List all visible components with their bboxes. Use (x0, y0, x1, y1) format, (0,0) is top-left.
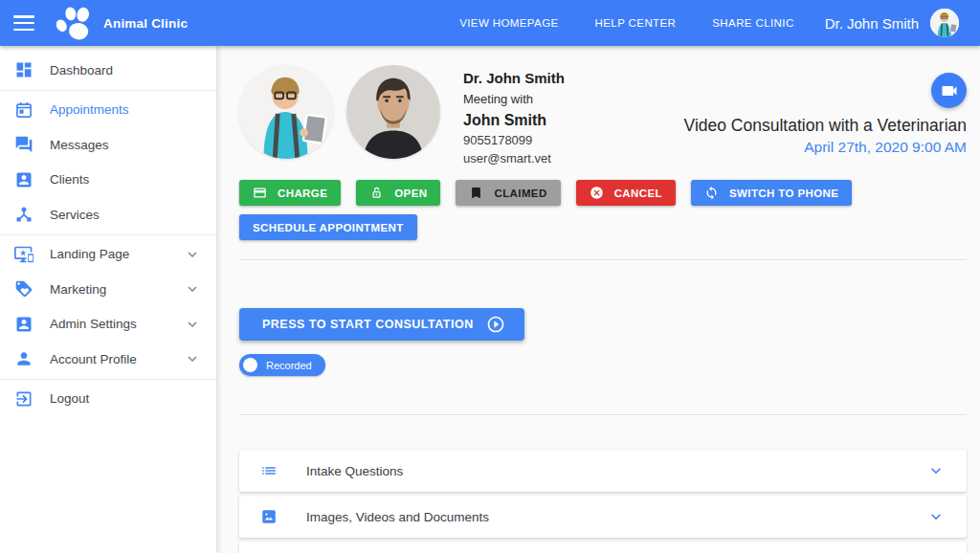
start-consultation-button[interactable]: PRESS TO START CONSULTATION (239, 308, 524, 341)
sidebar-item-account-profile[interactable]: Account Profile (0, 342, 216, 377)
nav-share-clinic[interactable]: SHARE CLINIC (712, 17, 793, 29)
sidebar-item-clients[interactable]: Clients (0, 163, 216, 198)
sidebar-item-services[interactable]: Services (0, 197, 216, 232)
client-phone: 9055178099 (463, 133, 565, 147)
sidebar-item-logout[interactable]: Logout (0, 382, 216, 417)
charge-button[interactable]: CHARGE (239, 180, 341, 206)
recorded-toggle-label: Recorded (266, 360, 312, 371)
sidebar-item-label: Dashboard (50, 63, 113, 77)
sidebar-item-label: Logout (50, 391, 89, 406)
sidebar-item-label: Marketing (50, 282, 106, 297)
admin-badge-icon (14, 315, 33, 334)
host-name: Dr. John Smith (463, 70, 565, 86)
nav-help-center[interactable]: HELP CENTER (595, 17, 677, 29)
main-content: Dr. John Smith Meeting with John Smith 9… (216, 46, 980, 553)
sidebar-item-admin-settings[interactable]: Admin Settings (0, 307, 216, 343)
sidebar-item-label: Landing Page (50, 247, 129, 261)
sidebar-item-label: Clients (50, 172, 89, 187)
action-button-row: CHARGE OPEN CLAIMED CANCEL (239, 180, 967, 206)
sidebar-item-label: Account Profile (50, 352, 137, 366)
section-card-partial[interactable] (239, 542, 967, 553)
sidebar-item-label: Messages (50, 138, 109, 152)
appointment-header: Dr. John Smith Meeting with John Smith 9… (239, 46, 967, 180)
intake-questions-label: Intake Questions (306, 464, 403, 478)
claimed-button[interactable]: CLAIMED (456, 180, 560, 206)
chevron-down-icon (184, 246, 201, 263)
chevron-down-icon (184, 350, 201, 367)
cancel-circle-icon (590, 186, 604, 200)
play-circle-icon (486, 315, 505, 334)
client-badge-icon (14, 170, 33, 189)
user-avatar[interactable] (930, 9, 959, 37)
schedule-row: SCHEDULE APPOINTMENT (239, 214, 967, 240)
sidebar-item-marketing[interactable]: Marketing (0, 272, 216, 307)
video-camera-icon (940, 81, 959, 100)
user-menu[interactable]: Dr. John Smith (825, 15, 919, 32)
paw-logo-icon (54, 5, 96, 41)
switch-to-phone-button[interactable]: SWITCH TO PHONE (691, 180, 852, 206)
sync-icon (704, 186, 719, 200)
open-lock-icon (369, 186, 384, 200)
intake-questions-section[interactable]: Intake Questions (239, 450, 967, 492)
doctor-avatar (346, 65, 440, 159)
charge-button-label: CHARGE (278, 188, 327, 199)
sidebar-item-label: Appointments (50, 102, 129, 117)
schedule-appointment-label: SCHEDULE APPOINTMENT (253, 222, 404, 233)
toggle-knob (243, 358, 257, 372)
consultation-title: Video Consultation with a Veterinarian (684, 116, 967, 136)
section-divider (239, 259, 967, 260)
chevron-down-icon[interactable] (926, 461, 946, 480)
schedule-appointment-button[interactable]: SCHEDULE APPOINTMENT (239, 214, 417, 240)
client-name: John Smith (463, 112, 565, 129)
sidebar: Dashboard Appointments Mes (0, 46, 216, 553)
consultation-summary: Video Consultation with a Veterinarian A… (684, 73, 967, 156)
start-consultation-label: PRESS TO START CONSULTATION (262, 318, 474, 331)
chat-bubbles-icon (14, 135, 33, 154)
credit-card-icon (253, 186, 267, 200)
top-header: Animal Clinic VIEW HOMEPAGE HELP CENTER … (0, 0, 980, 46)
client-email: user@smart.vet (463, 151, 565, 166)
bookmark-icon (469, 186, 483, 200)
cancel-button[interactable]: CANCEL (576, 180, 676, 206)
meeting-details: Dr. John Smith Meeting with John Smith 9… (463, 65, 565, 180)
sidebar-divider (0, 90, 216, 91)
video-call-button[interactable] (931, 73, 967, 108)
switch-to-phone-label: SWITCH TO PHONE (729, 188, 838, 199)
consultation-datetime: April 27th, 2020 9:00 AM (804, 139, 967, 156)
person-icon (14, 349, 33, 368)
sidebar-divider (0, 379, 216, 380)
app-window: Animal Clinic VIEW HOMEPAGE HELP CENTER … (0, 0, 980, 553)
sidebar-item-label: Services (50, 208, 100, 222)
section-divider (239, 414, 967, 415)
image-icon (260, 508, 278, 525)
sidebar-item-messages[interactable]: Messages (0, 127, 216, 163)
claimed-button-label: CLAIMED (494, 188, 546, 199)
sidebar-item-appointments[interactable]: Appointments (0, 93, 216, 128)
sidebar-divider (0, 234, 216, 235)
list-icon (260, 462, 278, 479)
sidebar-item-landing-page[interactable]: Landing Page (0, 237, 216, 273)
sidebar-item-dashboard[interactable]: Dashboard (0, 53, 216, 88)
logout-icon (14, 389, 33, 409)
open-button[interactable]: OPEN (356, 180, 440, 206)
chevron-down-icon (184, 316, 201, 333)
chevron-down-icon (184, 280, 201, 298)
client-avatar (239, 65, 333, 159)
brand-name: Animal Clinic (103, 16, 188, 31)
images-videos-documents-section[interactable]: Images, Videos and Documents (239, 496, 967, 538)
open-button-label: OPEN (394, 188, 427, 199)
chevron-down-icon[interactable] (926, 507, 946, 526)
meeting-with-label: Meeting with (463, 92, 565, 106)
recorded-toggle[interactable]: Recorded (239, 354, 325, 376)
sidebar-item-label: Admin Settings (50, 317, 137, 331)
devices-star-icon (14, 245, 33, 264)
hub-icon (14, 205, 33, 224)
images-videos-documents-label: Images, Videos and Documents (306, 510, 489, 524)
nav-view-homepage[interactable]: VIEW HOMEPAGE (459, 17, 558, 29)
cancel-button-label: CANCEL (614, 188, 662, 199)
dashboard-icon (14, 60, 33, 79)
menu-toggle-icon[interactable] (13, 15, 34, 31)
tag-icon (14, 279, 33, 299)
calendar-icon (14, 100, 33, 120)
